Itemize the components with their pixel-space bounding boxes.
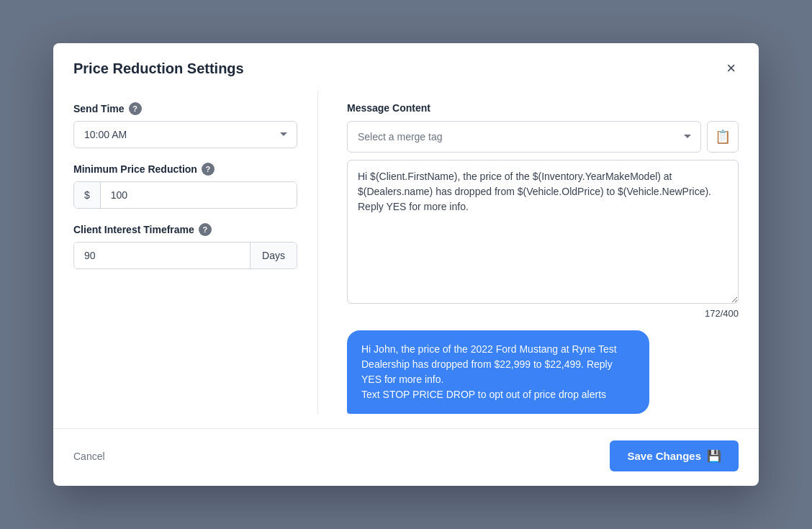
currency-symbol: $ [74,182,101,208]
currency-input-group: $ [73,181,297,209]
modal-footer: Cancel Save Changes 💾 [53,428,759,486]
days-input-group: Days [73,242,297,269]
preview-text: Hi John, the price of the 2022 Ford Must… [361,343,617,400]
send-time-group: Send Time ? 10:00 AM 8:00 AM 12:00 PM 2:… [73,102,297,148]
save-icon: 💾 [707,449,721,463]
min-price-group: Minimum Price Reduction ? $ [73,163,297,209]
send-time-select[interactable]: 10:00 AM 8:00 AM 12:00 PM 2:00 PM [73,121,297,148]
right-panel: Message Content Select a merge tag $(Cli… [347,91,739,414]
days-suffix: Days [250,243,297,268]
clipboard-icon: 📋 [715,129,731,145]
clipboard-button[interactable]: 📋 [707,121,739,153]
client-interest-input[interactable] [74,243,250,268]
send-time-label: Send Time ? [73,102,297,115]
cancel-button[interactable]: Cancel [73,451,105,462]
min-price-help-icon[interactable]: ? [202,163,215,176]
modal-backdrop: Price Reduction Settings × Send Time ? 1… [0,0,812,529]
merge-tag-row: Select a merge tag $(Client.FirstName) $… [347,121,739,153]
modal-body: Send Time ? 10:00 AM 8:00 AM 12:00 PM 2:… [53,91,759,428]
client-interest-help-icon[interactable]: ? [199,223,212,236]
message-preview-bubble: Hi John, the price of the 2022 Ford Must… [347,330,649,414]
modal-title: Price Reduction Settings [73,60,244,77]
client-interest-label-text: Client Interest Timeframe [73,224,194,235]
modal-container: Price Reduction Settings × Send Time ? 1… [53,43,759,486]
client-interest-group: Client Interest Timeframe ? Days [73,223,297,269]
send-time-help-icon[interactable]: ? [129,102,142,115]
send-time-label-text: Send Time [73,103,125,114]
save-button[interactable]: Save Changes 💾 [610,440,739,471]
client-interest-label: Client Interest Timeframe ? [73,223,297,236]
left-panel: Send Time ? 10:00 AM 8:00 AM 12:00 PM 2:… [73,91,318,414]
save-button-label: Save Changes [627,450,701,462]
min-price-input[interactable] [101,182,297,208]
close-button[interactable]: × [723,58,739,79]
char-count: 172/400 [347,308,739,319]
min-price-label: Minimum Price Reduction ? [73,163,297,176]
min-price-label-text: Minimum Price Reduction [73,163,197,175]
message-textarea[interactable]: Hi $(Client.FirstName), the price of the… [347,160,739,304]
modal-header: Price Reduction Settings × [53,43,759,91]
merge-tag-select[interactable]: Select a merge tag $(Client.FirstName) $… [347,121,701,153]
message-content-label: Message Content [347,102,739,114]
